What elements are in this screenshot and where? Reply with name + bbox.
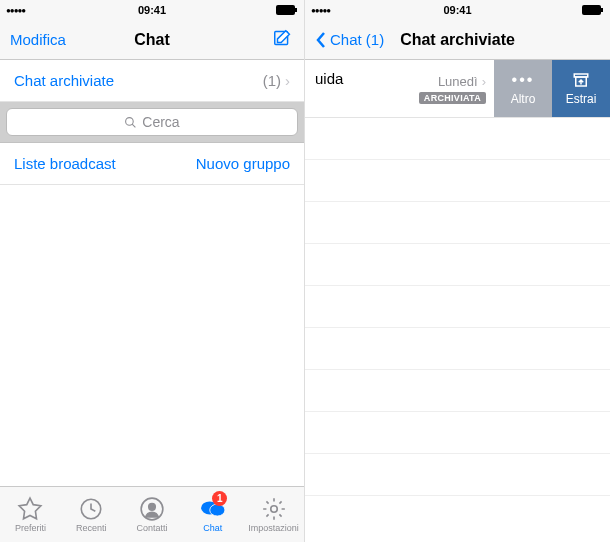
search-bar[interactable]: Cerca	[0, 102, 304, 143]
tab-chat[interactable]: 1 Chat	[182, 487, 243, 542]
chat-name: uida	[315, 70, 343, 87]
gear-icon	[261, 496, 287, 522]
nav-bar: Chat (1) Chat archiviate	[305, 20, 610, 60]
svg-rect-0	[276, 5, 295, 15]
svg-point-7	[149, 504, 156, 511]
archived-chats-row[interactable]: Chat archiviate (1) ›	[0, 60, 304, 102]
status-time: 09:41	[443, 4, 471, 16]
archived-count: (1) ›	[263, 72, 290, 89]
compose-icon	[272, 27, 294, 49]
status-time: 09:41	[138, 4, 166, 16]
status-bar: ●●●●● 09:41	[0, 0, 304, 20]
broadcast-lists-button[interactable]: Liste broadcast	[14, 155, 116, 172]
empty-list	[305, 118, 610, 496]
svg-rect-1	[295, 8, 297, 12]
signal-dots: ●●●●●	[311, 6, 330, 15]
tab-contacts[interactable]: Contatti	[122, 487, 183, 542]
unarchive-icon	[572, 71, 590, 89]
signal-dots: ●●●●●	[6, 6, 25, 15]
compose-button[interactable]	[272, 27, 294, 53]
page-title: Chat archiviate	[400, 31, 515, 49]
chat-day: Lunedì ›	[438, 74, 486, 89]
tab-favorites[interactable]: Preferiti	[0, 487, 61, 542]
chevron-right-icon: ›	[285, 72, 290, 89]
svg-point-9	[210, 504, 225, 516]
phone-chat-list: ●●●●● 09:41 Modifica Chat Chat archiviat…	[0, 0, 305, 542]
chevron-right-icon: ›	[482, 74, 486, 89]
tab-bar: Preferiti Recenti Contatti 1 Chat Impost…	[0, 486, 304, 542]
status-bar: ●●●●● 09:41	[305, 0, 610, 20]
svg-line-4	[132, 124, 135, 127]
empty-area	[0, 185, 304, 486]
ellipsis-icon: •••	[512, 71, 535, 89]
star-icon	[17, 496, 43, 522]
clock-icon	[78, 496, 104, 522]
tab-recents[interactable]: Recenti	[61, 487, 122, 542]
tab-settings[interactable]: Impostazioni	[243, 487, 304, 542]
archived-chat-item[interactable]: uida Lunedì › ARCHIVIATA ••• Altro Estra…	[305, 60, 610, 118]
extract-action-button[interactable]: Estrai	[552, 60, 610, 117]
svg-rect-12	[601, 8, 603, 12]
page-title: Chat	[134, 31, 170, 49]
phone-archived: ●●●●● 09:41 Chat (1) Chat archiviate uid…	[305, 0, 610, 542]
more-action-button[interactable]: ••• Altro	[494, 60, 552, 117]
chevron-left-icon	[315, 31, 327, 49]
svg-rect-11	[582, 5, 601, 15]
new-group-button[interactable]: Nuovo gruppo	[196, 155, 290, 172]
contact-icon	[139, 496, 165, 522]
lists-row: Liste broadcast Nuovo gruppo	[0, 143, 304, 185]
edit-button[interactable]: Modifica	[10, 31, 66, 48]
search-icon	[124, 116, 137, 129]
svg-point-3	[126, 117, 134, 125]
back-button[interactable]: Chat (1)	[315, 31, 384, 49]
battery-icon	[582, 5, 604, 15]
archived-tag: ARCHIVIATA	[419, 92, 486, 104]
archived-label: Chat archiviate	[14, 72, 114, 89]
svg-point-10	[270, 506, 277, 513]
nav-bar: Modifica Chat	[0, 20, 304, 60]
search-placeholder: Cerca	[142, 114, 179, 130]
battery-icon	[276, 5, 298, 15]
